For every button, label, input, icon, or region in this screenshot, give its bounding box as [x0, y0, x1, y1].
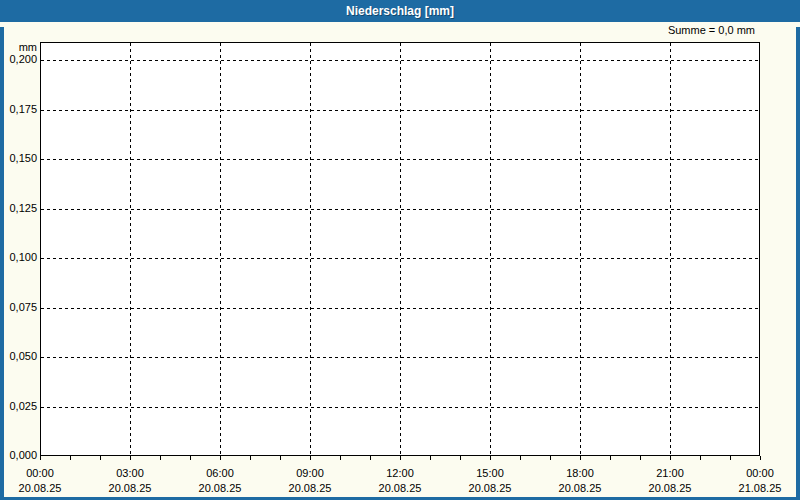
x-tick-date-label: 20.08.25 — [95, 482, 165, 494]
x-tick-mark — [250, 456, 251, 460]
x-tick-mark — [550, 456, 551, 460]
x-tick-time-label: 00:00 — [10, 467, 70, 479]
x-tick-mark — [430, 456, 431, 460]
x-tick-time-label: 06:00 — [190, 467, 250, 479]
x-tick-mark — [340, 456, 341, 460]
x-tick-mark — [100, 456, 101, 460]
x-tick-time-label: 12:00 — [370, 467, 430, 479]
x-tick-date-label: 20.08.25 — [545, 482, 615, 494]
y-tick-label: 0,025 — [9, 400, 37, 413]
x-tick-mark — [760, 456, 761, 460]
y-tick-label: 0,125 — [9, 202, 37, 215]
x-tick-date-label: 20.08.25 — [275, 482, 345, 494]
x-tick-mark — [40, 456, 41, 460]
x-tick-mark — [130, 456, 131, 460]
x-tick-time-label: 00:00 — [730, 467, 790, 479]
x-tick-date-label: 20.08.25 — [365, 482, 435, 494]
x-tick-mark — [610, 456, 611, 460]
x-tick-time-label: 03:00 — [100, 467, 160, 479]
x-tick-mark — [400, 456, 401, 460]
x-tick-mark — [670, 456, 671, 460]
y-axis-unit-label: mm — [19, 41, 37, 53]
x-tick-mark — [520, 456, 521, 460]
x-tick-date-label: 21.08.25 — [725, 482, 795, 494]
x-gridline — [310, 43, 311, 455]
x-tick-time-label: 09:00 — [280, 467, 340, 479]
y-tick-label: 0,000 — [9, 449, 37, 462]
x-tick-mark — [70, 456, 71, 460]
x-gridline — [130, 43, 131, 455]
x-tick-mark — [580, 456, 581, 460]
x-tick-mark — [730, 456, 731, 460]
x-tick-mark — [280, 456, 281, 460]
x-tick-date-label: 20.08.25 — [5, 482, 75, 494]
frame-border-right — [796, 27, 800, 500]
chart-title: Niederschlag [mm] — [346, 4, 454, 18]
y-tick-label: 0,200 — [9, 53, 37, 66]
x-tick-time-label: 21:00 — [640, 467, 700, 479]
y-tick-label: 0,175 — [9, 103, 37, 116]
x-tick-date-label: 20.08.25 — [185, 482, 255, 494]
y-tick-label: 0,100 — [9, 251, 37, 264]
x-tick-time-label: 15:00 — [460, 467, 520, 479]
x-tick-mark — [700, 456, 701, 460]
x-tick-mark — [220, 456, 221, 460]
x-tick-mark — [640, 456, 641, 460]
y-tick-label: 0,150 — [9, 152, 37, 165]
x-tick-mark — [310, 456, 311, 460]
frame-border-left — [0, 27, 4, 500]
x-tick-mark — [460, 456, 461, 460]
sum-annotation: Summe = 0,0 mm — [668, 24, 755, 36]
chart-window: Niederschlag [mm] Summe = 0,0 mm mm 0,20… — [0, 0, 800, 500]
x-gridline — [220, 43, 221, 455]
x-tick-mark — [160, 456, 161, 460]
x-gridline — [670, 43, 671, 455]
x-tick-mark — [490, 456, 491, 460]
x-gridline — [490, 43, 491, 455]
x-tick-date-label: 20.08.25 — [635, 482, 705, 494]
x-gridline — [580, 43, 581, 455]
x-tick-mark — [370, 456, 371, 460]
x-tick-date-label: 20.08.25 — [455, 482, 525, 494]
x-tick-mark — [190, 456, 191, 460]
y-tick-label: 0,075 — [9, 301, 37, 314]
x-tick-time-label: 18:00 — [550, 467, 610, 479]
x-gridline — [400, 43, 401, 455]
window-title-bar: Niederschlag [mm] — [0, 0, 800, 22]
plot-area — [40, 42, 760, 456]
y-tick-label: 0,050 — [9, 350, 37, 363]
